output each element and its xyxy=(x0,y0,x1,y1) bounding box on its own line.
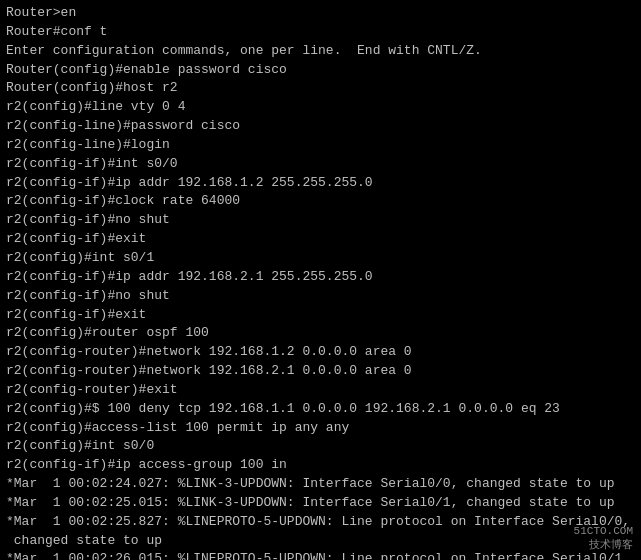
terminal-line: *Mar 1 00:02:24.027: %LINK-3-UPDOWN: Int… xyxy=(6,475,635,494)
terminal-line: r2(config-line)#login xyxy=(6,136,635,155)
terminal-line: *Mar 1 00:02:25.015: %LINK-3-UPDOWN: Int… xyxy=(6,494,635,513)
terminal-line: r2(config)#int s0/0 xyxy=(6,437,635,456)
terminal-line: r2(config-if)#exit xyxy=(6,230,635,249)
terminal-line: r2(config-router)#network 192.168.2.1 0.… xyxy=(6,362,635,381)
terminal-line: r2(config-router)#network 192.168.1.2 0.… xyxy=(6,343,635,362)
watermark: 51CTO.COM 技术博客 xyxy=(574,525,633,552)
terminal-line: r2(config-if)#clock rate 64000 xyxy=(6,192,635,211)
terminal-line: r2(config-if)#ip addr 192.168.2.1 255.25… xyxy=(6,268,635,287)
terminal-line: *Mar 1 00:02:25.827: %LINEPROTO-5-UPDOWN… xyxy=(6,513,635,532)
terminal-line: r2(config-if)#no shut xyxy=(6,287,635,306)
terminal-line: r2(config-line)#password cisco xyxy=(6,117,635,136)
terminal-line: r2(config)#$ 100 deny tcp 192.168.1.1 0.… xyxy=(6,400,635,419)
terminal-line: r2(config-router)#exit xyxy=(6,381,635,400)
terminal-line: r2(config)#router ospf 100 xyxy=(6,324,635,343)
terminal-line: Router(config)#host r2 xyxy=(6,79,635,98)
terminal-line: Router#conf t xyxy=(6,23,635,42)
terminal-output: Router>enRouter#conf tEnter configuratio… xyxy=(6,4,635,560)
terminal-line: r2(config)#line vty 0 4 xyxy=(6,98,635,117)
terminal-line: Router>en xyxy=(6,4,635,23)
terminal-line: r2(config-if)#int s0/0 xyxy=(6,155,635,174)
terminal-line: r2(config-if)#exit xyxy=(6,306,635,325)
watermark-line1: 51CTO.COM xyxy=(574,525,633,537)
terminal-window: Router>enRouter#conf tEnter configuratio… xyxy=(0,0,641,560)
terminal-line: *Mar 1 00:02:26.015: %LINEPROTO-5-UPDOWN… xyxy=(6,550,635,560)
watermark-line2: 技术博客 xyxy=(574,537,633,552)
terminal-line: r2(config-if)#no shut xyxy=(6,211,635,230)
terminal-line: r2(config)#int s0/1 xyxy=(6,249,635,268)
terminal-line: Enter configuration commands, one per li… xyxy=(6,42,635,61)
terminal-line: r2(config-if)#ip access-group 100 in xyxy=(6,456,635,475)
terminal-line: Router(config)#enable password cisco xyxy=(6,61,635,80)
terminal-line: r2(config-if)#ip addr 192.168.1.2 255.25… xyxy=(6,174,635,193)
terminal-line: changed state to up xyxy=(6,532,635,551)
terminal-line: r2(config)#access-list 100 permit ip any… xyxy=(6,419,635,438)
